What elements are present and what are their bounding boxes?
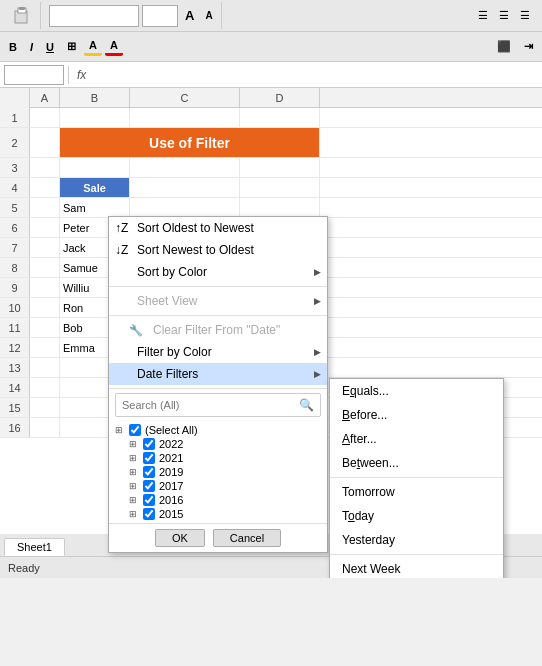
list-item[interactable]: ⊞ 2015 (115, 507, 321, 521)
date-filters-submenu: Equals... Before... After... Between... … (329, 378, 504, 578)
after-item[interactable]: After... (330, 427, 503, 451)
status-label: Ready (8, 562, 40, 574)
list-item[interactable]: ⊞ 2022 (115, 437, 321, 451)
paste-button[interactable] (8, 3, 36, 29)
table-row: 3 (0, 158, 542, 178)
next-week-item[interactable]: Next Week (330, 557, 503, 578)
list-item[interactable]: ⊞ 2016 (115, 493, 321, 507)
year-2019-checkbox[interactable] (143, 466, 155, 478)
clipboard-section (4, 2, 41, 29)
borders-button[interactable]: ⊞ (62, 38, 81, 55)
list-item[interactable]: ⊞ 2017 (115, 479, 321, 493)
sheet1-tab[interactable]: Sheet1 (4, 538, 65, 556)
ok-button[interactable]: OK (155, 529, 205, 547)
yesterday-item[interactable]: Yesterday (330, 528, 503, 552)
spreadsheet-area: A B C D 1 2 Use of Filter 3 4 (0, 88, 542, 578)
filter-context-menu: ↑Z Sort Oldest to Newest ↓Z Sort Newest … (108, 216, 328, 553)
align-right-button[interactable]: ☰ (516, 7, 534, 24)
table-row: 5 Sam (0, 198, 542, 218)
row-num-header (0, 88, 30, 108)
equals-item[interactable]: Equals... (330, 379, 503, 403)
sort-oldest-newest-item[interactable]: ↑Z Sort Oldest to Newest (109, 217, 327, 239)
italic-button[interactable]: I (25, 39, 38, 55)
fx-label: fx (73, 68, 90, 82)
year-2022-checkbox[interactable] (143, 438, 155, 450)
wrap-text-button[interactable]: ⇥ (519, 38, 538, 55)
col-header-d: D (240, 88, 320, 108)
year-2021-checkbox[interactable] (143, 452, 155, 464)
table-row: 4 Sale (0, 178, 542, 198)
sort-newest-oldest-item[interactable]: ↓Z Sort Newest to Oldest (109, 239, 327, 261)
filter-by-color-item[interactable]: Filter by Color (109, 341, 327, 363)
table-row: 2 Use of Filter (0, 128, 542, 158)
font-size-input[interactable]: 11 (142, 5, 178, 27)
list-item[interactable]: ⊞ (Select All) (115, 423, 321, 437)
toolbar-row2: B I U ⊞ A A ⬛ ⇥ (0, 32, 542, 62)
filter-search-input[interactable] (122, 399, 299, 411)
list-item[interactable]: ⊞ 2021 (115, 451, 321, 465)
toolbar-row1: Calibri 11 A A ☰ ☰ ☰ (0, 0, 542, 32)
menu-divider-2 (109, 315, 327, 316)
menu-divider-3 (109, 388, 327, 389)
underline-button[interactable]: U (41, 39, 59, 55)
sort-desc-icon: ↓Z (115, 243, 128, 257)
tomorrow-item[interactable]: Tomorrow (330, 480, 503, 504)
col-header-b: B (60, 88, 130, 108)
filter-checklist: ⊞ (Select All) ⊞ 2022 ⊞ 2021 ⊞ 2019 ⊞ (109, 421, 327, 523)
font-color-button[interactable]: A (105, 37, 123, 56)
clear-filter-item[interactable]: 🔧 Clear Filter From "Date" (109, 319, 327, 341)
col-header-a: A (30, 88, 60, 108)
menu-divider-1 (109, 286, 327, 287)
merge-center-button[interactable]: ⬛ (492, 38, 516, 55)
filter-search-row[interactable]: 🔍 (115, 393, 321, 417)
year-2016-checkbox[interactable] (143, 494, 155, 506)
table-row: 1 (0, 108, 542, 128)
align-center-button[interactable]: ☰ (495, 7, 513, 24)
font-section: Calibri 11 A A (45, 2, 222, 29)
sales-header-cell[interactable]: Sale (60, 178, 130, 197)
font-shrink-button[interactable]: A (201, 8, 216, 23)
cancel-button[interactable]: Cancel (213, 529, 281, 547)
font-name-input[interactable]: Calibri (49, 5, 139, 27)
sort-by-color-item[interactable]: Sort by Color (109, 261, 327, 283)
before-item[interactable]: Before... (330, 403, 503, 427)
year-2015-checkbox[interactable] (143, 508, 155, 520)
list-item[interactable]: ⊞ 2019 (115, 465, 321, 479)
formula-input[interactable] (94, 69, 538, 81)
cell-reference-box[interactable]: J15 (4, 65, 64, 85)
filter-icon: 🔧 (129, 324, 143, 337)
col-header-c: C (130, 88, 240, 108)
year-2017-checkbox[interactable] (143, 480, 155, 492)
filter-footer: OK Cancel (109, 523, 327, 552)
sort-asc-icon: ↑Z (115, 221, 128, 235)
sub-divider-1 (330, 477, 503, 478)
formula-bar: J15 fx (0, 62, 542, 88)
sheet-view-item[interactable]: Sheet View (109, 290, 327, 312)
column-headers: A B C D (0, 88, 542, 108)
font-grow-button[interactable]: A (181, 6, 198, 25)
sheet-title-cell[interactable]: Use of Filter (60, 128, 320, 157)
svg-rect-2 (19, 7, 25, 10)
today-item[interactable]: Today (330, 504, 503, 528)
align-left-button[interactable]: ☰ (474, 7, 492, 24)
fill-color-button[interactable]: A (84, 37, 102, 56)
select-all-checkbox[interactable] (129, 424, 141, 436)
sub-divider-2 (330, 554, 503, 555)
between-item[interactable]: Between... (330, 451, 503, 475)
search-icon: 🔍 (299, 398, 314, 412)
date-filters-item[interactable]: Date Filters (109, 363, 327, 385)
bold-button[interactable]: B (4, 39, 22, 55)
formula-divider (68, 66, 69, 84)
